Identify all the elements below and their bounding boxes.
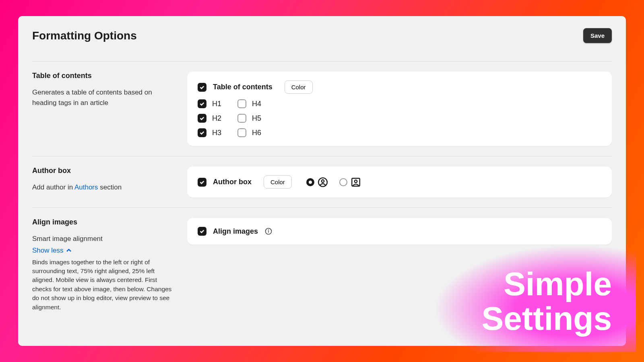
avatar-style-square-radio[interactable] bbox=[339, 178, 347, 186]
align-enable-checkbox[interactable] bbox=[198, 227, 206, 236]
author-color-button[interactable]: Color bbox=[264, 175, 292, 189]
svg-point-1 bbox=[322, 180, 324, 183]
h3-checkbox[interactable] bbox=[198, 128, 206, 137]
heading-grid: H1 H4 H2 H5 H3 H6 bbox=[198, 99, 261, 137]
h6-checkbox[interactable] bbox=[237, 128, 246, 137]
align-subtitle: Smart image alignment bbox=[32, 234, 175, 244]
align-title: Align images bbox=[32, 218, 175, 226]
section-author: Author box Add author in Authors section… bbox=[32, 156, 612, 208]
author-desc: Add author in Authors section bbox=[32, 182, 175, 193]
overlay-line1: Simple bbox=[482, 267, 612, 301]
h4-checkbox[interactable] bbox=[237, 99, 246, 108]
toc-title: Table of contents bbox=[32, 72, 175, 80]
h1-checkbox[interactable] bbox=[198, 99, 206, 108]
chevron-up-icon bbox=[66, 247, 72, 254]
h6-label: H6 bbox=[252, 129, 261, 137]
marketing-overlay: Simple Settings bbox=[433, 245, 636, 352]
author-enable-label: Author box bbox=[213, 178, 252, 186]
toc-desc: Generates a table of contents based on h… bbox=[32, 87, 175, 108]
h5-label: H5 bbox=[252, 114, 261, 123]
svg-point-3 bbox=[355, 180, 357, 183]
toc-card: Table of contents Color H1 H4 H2 H5 H3 H… bbox=[187, 72, 612, 146]
align-detail: Binds images together to the left or rig… bbox=[32, 258, 175, 312]
author-card: Author box Color bbox=[187, 167, 612, 197]
toc-color-button[interactable]: Color bbox=[285, 80, 313, 94]
avatar-style-group bbox=[306, 177, 368, 187]
author-desc-post: section bbox=[98, 183, 122, 191]
h2-label: H2 bbox=[212, 114, 221, 123]
show-less-toggle[interactable]: Show less bbox=[32, 247, 175, 255]
avatar-style-circle-radio[interactable] bbox=[306, 178, 314, 186]
authors-link[interactable]: Authors bbox=[74, 183, 98, 191]
author-title: Author box bbox=[32, 167, 175, 175]
author-desc-pre: Add author in bbox=[32, 183, 74, 191]
overlay-line2: Settings bbox=[482, 301, 612, 336]
toc-enable-checkbox[interactable] bbox=[198, 83, 206, 92]
page-title: Formatting Options bbox=[32, 29, 137, 42]
toc-enable-label: Table of contents bbox=[213, 83, 272, 91]
author-enable-checkbox[interactable] bbox=[198, 178, 206, 187]
align-enable-label: Align images bbox=[213, 227, 258, 236]
h5-checkbox[interactable] bbox=[237, 114, 246, 123]
header: Formatting Options Save bbox=[32, 28, 612, 43]
save-button[interactable]: Save bbox=[583, 28, 612, 43]
h3-label: H3 bbox=[212, 129, 221, 137]
h4-label: H4 bbox=[252, 100, 261, 108]
show-less-label: Show less bbox=[32, 247, 63, 255]
h1-label: H1 bbox=[212, 100, 221, 108]
user-square-icon bbox=[351, 177, 361, 187]
user-circle-icon bbox=[318, 177, 328, 187]
svg-point-6 bbox=[268, 230, 269, 230]
section-toc: Table of contents Generates a table of c… bbox=[32, 61, 612, 156]
h2-checkbox[interactable] bbox=[198, 114, 206, 123]
info-icon[interactable] bbox=[264, 227, 272, 235]
align-card: Align images bbox=[187, 218, 612, 245]
